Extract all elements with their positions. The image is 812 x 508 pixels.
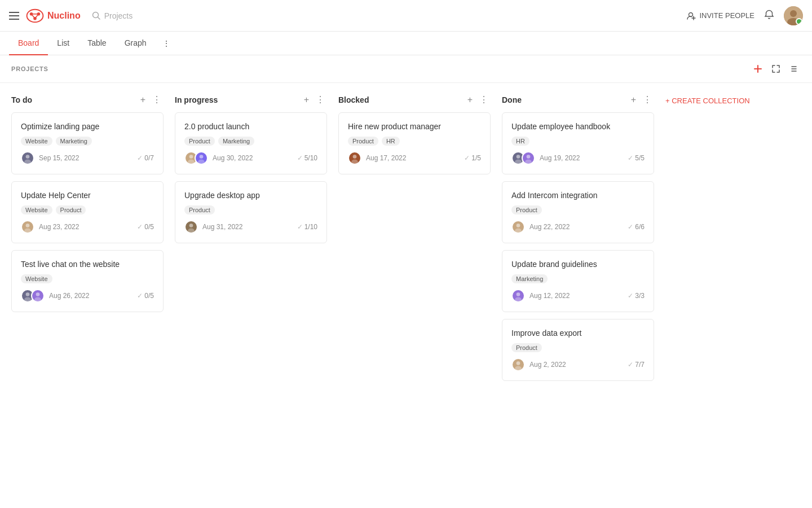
card-title: Update Help Center [21, 191, 154, 200]
tag[interactable]: Product [348, 137, 378, 146]
tab-list[interactable]: List [48, 32, 78, 55]
card-tags: Website [21, 274, 154, 283]
column-more-button[interactable]: ⋮ [314, 94, 327, 106]
svg-point-25 [189, 155, 193, 159]
svg-point-26 [188, 160, 195, 164]
card-footer: Aug 30, 2022✓ 5/10 [184, 151, 317, 165]
search-bar[interactable]: Projects [92, 11, 133, 20]
avatar-small [511, 220, 525, 234]
tag[interactable]: Marketing [218, 137, 254, 146]
column-title: To do [11, 95, 134, 104]
tag[interactable]: Product [184, 205, 215, 214]
expand-button[interactable] [769, 62, 783, 76]
card-tasks: ✓ 0/5 [137, 223, 154, 231]
svg-point-37 [517, 224, 520, 227]
card[interactable]: Hire new product managerProductHRAug 17,… [338, 112, 491, 174]
card-footer: Sep 15, 2022✓ 0/7 [21, 151, 154, 165]
invite-icon [687, 11, 696, 20]
column-more-button[interactable]: ⋮ [150, 94, 164, 106]
svg-point-29 [189, 224, 193, 227]
card-tags: Product [184, 205, 317, 214]
tab-table[interactable]: Table [78, 32, 115, 55]
notifications-button[interactable] [764, 9, 775, 22]
user-avatar[interactable] [784, 6, 803, 25]
column-add-button[interactable]: + [302, 94, 311, 106]
tab-graph[interactable]: Graph [116, 32, 156, 55]
column-blocked: Blocked+⋮Hire new product managerProduct… [338, 94, 491, 498]
tag[interactable]: Website [21, 205, 52, 214]
card-title: Optimize landing page [21, 122, 154, 131]
collapse-button[interactable] [787, 62, 801, 76]
header-right: INVITE PEOPLE [687, 6, 803, 25]
tag[interactable]: Marketing [56, 137, 92, 146]
card[interactable]: Update brand guidelinesMarketingAug 12, … [502, 250, 654, 312]
card-footer: Aug 19, 2022✓ 5/5 [511, 151, 645, 165]
card-title: Update employee handbook [511, 122, 645, 131]
tab-board[interactable]: Board [9, 32, 48, 55]
column-add-button[interactable]: + [465, 94, 475, 106]
card-title: Improve data export [511, 329, 645, 338]
hamburger-menu[interactable] [9, 12, 19, 20]
card[interactable]: Test live chat on the websiteWebsiteAug … [11, 250, 164, 312]
card-footer: Aug 2, 2022✓ 7/7 [511, 358, 645, 371]
card-tasks: ✓ 7/7 [628, 361, 645, 369]
svg-point-21 [26, 292, 30, 296]
tag[interactable]: Website [21, 137, 52, 146]
card[interactable]: Add Intercom integrationProductAug 22, 2… [502, 181, 654, 243]
column-more-button[interactable]: ⋮ [641, 94, 654, 106]
card[interactable]: Improve data exportProductAug 2, 2022✓ 7… [502, 319, 654, 381]
tag[interactable]: HR [511, 137, 529, 146]
column-todo: To do+⋮Optimize landing pageWebsiteMarke… [11, 94, 164, 498]
svg-point-30 [188, 229, 195, 233]
more-options-button[interactable]: ⋮ [158, 34, 175, 52]
card-tags: Product [511, 205, 645, 214]
create-collection-button[interactable]: + CREATE COLLECTION [665, 94, 801, 107]
column-title: Blocked [338, 95, 461, 104]
tag[interactable]: Product [511, 343, 542, 352]
svg-point-20 [24, 229, 31, 233]
column-add-button[interactable]: + [629, 94, 638, 106]
card-date: Aug 19, 2022 [540, 154, 580, 162]
card-avatars [511, 220, 522, 234]
card-title: Hire new product manager [348, 122, 481, 131]
svg-point-17 [26, 155, 30, 159]
search-placeholder: Projects [104, 11, 133, 20]
card-footer: Aug 26, 2022✓ 0/5 [21, 289, 154, 303]
svg-line-8 [98, 17, 100, 19]
column-header: Done+⋮ [502, 94, 654, 106]
tag[interactable]: Product [56, 205, 86, 214]
card[interactable]: Upgrade desktop appProductAug 31, 2022✓ … [175, 181, 327, 243]
card-avatars [511, 358, 522, 371]
tag[interactable]: Marketing [511, 274, 548, 283]
logo[interactable]: Nuclino [26, 8, 81, 24]
svg-point-13 [790, 10, 797, 17]
tag[interactable]: Product [511, 205, 542, 214]
column-add-button[interactable]: + [138, 94, 148, 106]
card-avatars [511, 151, 532, 165]
svg-point-40 [515, 297, 522, 302]
card[interactable]: Update employee handbookHRAug 19, 2022✓ … [502, 112, 654, 174]
card[interactable]: 2.0 product launchProductMarketingAug 30… [175, 112, 327, 174]
card-tasks: ✓ 0/7 [137, 154, 154, 162]
search-icon [92, 11, 101, 20]
card[interactable]: Optimize landing pageWebsiteMarketingSep… [11, 112, 164, 174]
invite-people-button[interactable]: INVITE PEOPLE [687, 11, 754, 20]
svg-point-19 [26, 224, 30, 227]
projects-bar: PROJECTS [0, 55, 812, 83]
add-project-button[interactable] [751, 62, 765, 76]
card-avatars [21, 289, 41, 303]
avatar-small [511, 358, 525, 371]
tag[interactable]: Website [21, 274, 52, 283]
card-date: Aug 30, 2022 [213, 154, 253, 162]
card[interactable]: Update Help CenterWebsiteProductAug 23, … [11, 181, 164, 243]
card-footer: Aug 31, 2022✓ 1/10 [184, 220, 317, 234]
tag[interactable]: Product [184, 137, 215, 146]
avatar-small [184, 220, 198, 234]
svg-line-6 [35, 14, 38, 18]
column-more-button[interactable]: ⋮ [477, 94, 491, 106]
svg-point-18 [24, 160, 31, 164]
column-actions: +⋮ [629, 94, 654, 106]
invite-label: INVITE PEOPLE [699, 11, 754, 20]
tag[interactable]: HR [382, 137, 400, 146]
svg-point-34 [515, 160, 522, 164]
